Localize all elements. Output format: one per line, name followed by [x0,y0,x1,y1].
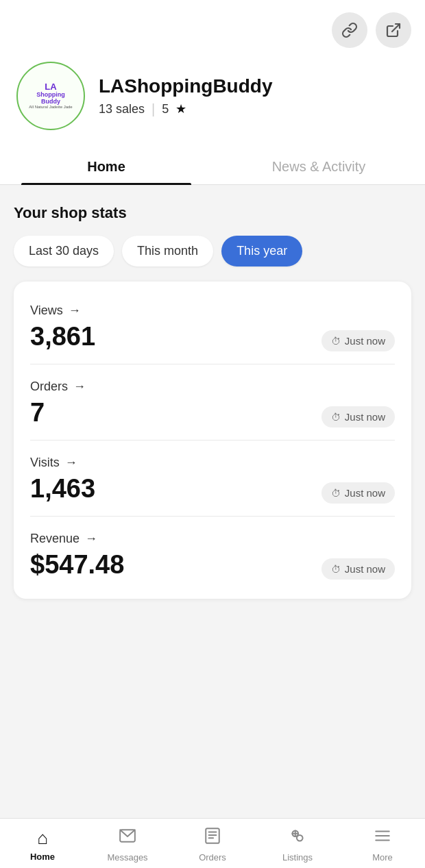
stats-title: Your shop stats [14,204,411,222]
logo-buddy: Buddy [29,99,72,105]
orders-arrow-icon: → [73,380,86,394]
nav-messages[interactable]: Messages [85,827,170,863]
visits-clock-icon: ⏱ [331,488,341,499]
nav-home[interactable]: ⌂ Home [0,828,85,862]
more-nav-icon [374,827,391,850]
visits-label: Visits → [30,456,395,470]
filter-last30[interactable]: Last 30 days [14,236,114,266]
shop-header: LA Shopping Buddy All Natural Jadeite Ja… [0,55,425,147]
stats-section-wrap: Your shop stats Last 30 days This month … [0,185,425,868]
stats-card: Views → 3,861 ⏱ Just now Orders [14,282,411,599]
tab-home[interactable]: Home [0,147,212,184]
shop-logo: LA Shopping Buddy All Natural Jadeite Ja… [16,62,85,130]
filter-this-year[interactable]: This year [221,236,302,266]
logo-shopping: Shopping [29,91,72,99]
visits-refresh-label: Just now [345,487,385,499]
sales-count: 13 sales [99,102,145,116]
views-clock-icon: ⏱ [331,336,341,347]
shop-meta: 13 sales | 5 ★ [99,101,273,117]
visits-value: 1,463 [30,474,95,504]
nav-listings[interactable]: Listings [255,827,340,863]
revenue-refresh-label: Just now [345,563,385,575]
orders-refresh: ⏱ Just now [321,406,395,427]
home-nav-icon: ⌂ [37,828,48,849]
stat-row-visits: Visits → 1,463 ⏱ Just now [30,441,395,517]
orders-refresh-label: Just now [345,411,385,423]
svg-line-0 [392,24,400,32]
stats-section: Your shop stats Last 30 days This month … [0,185,425,802]
messages-nav-icon [119,827,136,850]
revenue-clock-icon: ⏱ [331,564,341,575]
orders-nav-icon [204,827,221,850]
visits-refresh: ⏱ Just now [321,482,395,504]
revenue-refresh: ⏱ Just now [321,558,395,580]
visits-arrow-icon: → [65,456,77,470]
nav-orders-label: Orders [199,852,226,863]
svg-rect-2 [206,828,219,843]
nav-orders[interactable]: Orders [170,827,255,863]
meta-divider: | [151,101,155,117]
revenue-label: Revenue → [30,532,395,546]
tabs-bar: Home News & Activity [0,147,425,185]
shop-info: LAShoppingBuddy 13 sales | 5 ★ [99,75,273,117]
stat-row-orders: Orders → 7 ⏱ Just now [30,364,395,441]
orders-label: Orders → [30,380,395,394]
shop-name: LAShoppingBuddy [99,75,273,97]
revenue-arrow-icon: → [85,532,97,546]
nav-more[interactable]: More [340,827,425,863]
stat-row-revenue: Revenue → $547.48 ⏱ Just now [30,517,395,592]
stat-row-views: Views → 3,861 ⏱ Just now [30,288,395,364]
views-label: Views → [30,303,395,318]
listings-nav-icon [289,827,306,850]
logo-la: LA [29,82,72,91]
link-button[interactable] [332,12,367,48]
orders-clock-icon: ⏱ [331,412,341,423]
filter-pills: Last 30 days This month This year [14,236,411,266]
orders-value: 7 [30,398,45,427]
tab-news-activity[interactable]: News & Activity [212,147,425,184]
views-value: 3,861 [30,322,95,351]
bottom-nav: ⌂ Home Messages Orders [0,818,425,868]
star-icon: ★ [175,101,186,116]
nav-messages-label: Messages [107,852,147,863]
views-refresh-label: Just now [345,335,385,347]
rating-value: 5 [162,102,169,116]
top-actions [0,0,425,55]
svg-point-7 [297,835,303,841]
logo-subtitle: All Natural Jadeite Jade [29,105,72,110]
nav-home-label: Home [30,852,55,862]
nav-more-label: More [372,852,393,863]
share-button[interactable] [376,12,411,48]
nav-listings-label: Listings [282,852,313,863]
views-refresh: ⏱ Just now [321,330,395,351]
views-arrow-icon: → [69,303,81,318]
filter-this-month[interactable]: This month [122,236,213,266]
revenue-value: $547.48 [30,550,124,580]
